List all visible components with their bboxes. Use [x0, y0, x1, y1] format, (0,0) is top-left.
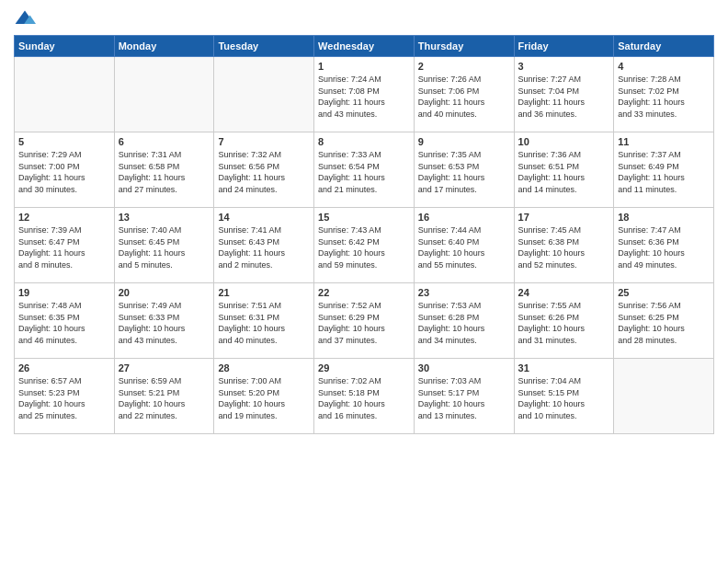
day-number: 5 — [18, 136, 110, 147]
day-info: Sunrise: 7:52 AM Sunset: 6:29 PM Dayligh… — [318, 300, 410, 346]
day-cell: 20Sunrise: 7:49 AM Sunset: 6:33 PM Dayli… — [114, 283, 214, 359]
day-cell: 31Sunrise: 7:04 AM Sunset: 5:15 PM Dayli… — [514, 359, 614, 434]
weekday-header-thursday: Thursday — [414, 36, 514, 57]
logo-icon — [14, 9, 36, 28]
day-cell: 22Sunrise: 7:52 AM Sunset: 6:29 PM Dayli… — [314, 283, 415, 359]
day-number: 21 — [218, 287, 310, 298]
weekday-header-sunday: Sunday — [15, 36, 115, 57]
day-info: Sunrise: 7:53 AM Sunset: 6:28 PM Dayligh… — [418, 300, 510, 346]
day-number: 19 — [18, 287, 110, 298]
day-info: Sunrise: 6:57 AM Sunset: 5:23 PM Dayligh… — [18, 375, 110, 421]
day-info: Sunrise: 7:26 AM Sunset: 7:06 PM Dayligh… — [418, 74, 510, 120]
day-number: 12 — [18, 212, 110, 223]
day-number: 18 — [618, 212, 710, 223]
day-cell — [114, 57, 214, 132]
day-cell: 27Sunrise: 6:59 AM Sunset: 5:21 PM Dayli… — [114, 359, 214, 434]
day-info: Sunrise: 7:31 AM Sunset: 6:58 PM Dayligh… — [119, 149, 210, 195]
day-number: 1 — [318, 61, 410, 72]
day-cell: 12Sunrise: 7:39 AM Sunset: 6:47 PM Dayli… — [15, 208, 115, 283]
day-cell: 24Sunrise: 7:55 AM Sunset: 6:26 PM Dayli… — [514, 283, 614, 359]
day-cell: 4Sunrise: 7:28 AM Sunset: 7:02 PM Daylig… — [614, 57, 714, 132]
week-row-2: 12Sunrise: 7:39 AM Sunset: 6:47 PM Dayli… — [15, 208, 714, 283]
day-info: Sunrise: 7:37 AM Sunset: 6:49 PM Dayligh… — [618, 149, 710, 195]
logo — [14, 9, 38, 28]
day-number: 30 — [418, 362, 510, 373]
day-number: 3 — [518, 61, 610, 72]
calendar: SundayMondayTuesdayWednesdayThursdayFrid… — [14, 35, 714, 434]
weekday-header-saturday: Saturday — [614, 36, 714, 57]
day-number: 20 — [119, 287, 210, 298]
day-number: 23 — [418, 287, 510, 298]
day-cell: 11Sunrise: 7:37 AM Sunset: 6:49 PM Dayli… — [614, 132, 714, 208]
day-number: 27 — [119, 362, 210, 373]
day-number: 17 — [518, 212, 610, 223]
day-number: 25 — [618, 287, 710, 298]
day-info: Sunrise: 7:04 AM Sunset: 5:15 PM Dayligh… — [518, 375, 610, 421]
day-number: 26 — [18, 362, 110, 373]
day-info: Sunrise: 7:41 AM Sunset: 6:43 PM Dayligh… — [218, 224, 310, 270]
weekday-header-tuesday: Tuesday — [214, 36, 314, 57]
day-number: 15 — [318, 212, 410, 223]
day-info: Sunrise: 7:55 AM Sunset: 6:26 PM Dayligh… — [518, 300, 610, 346]
day-cell — [614, 359, 714, 434]
week-row-0: 1Sunrise: 7:24 AM Sunset: 7:08 PM Daylig… — [15, 57, 714, 132]
header — [14, 9, 714, 28]
day-number: 4 — [618, 61, 710, 72]
day-cell: 30Sunrise: 7:03 AM Sunset: 5:17 PM Dayli… — [414, 359, 514, 434]
day-cell — [15, 57, 115, 132]
day-number: 24 — [518, 287, 610, 298]
day-info: Sunrise: 7:03 AM Sunset: 5:17 PM Dayligh… — [418, 375, 510, 421]
day-cell: 3Sunrise: 7:27 AM Sunset: 7:04 PM Daylig… — [514, 57, 614, 132]
day-cell: 23Sunrise: 7:53 AM Sunset: 6:28 PM Dayli… — [414, 283, 514, 359]
day-cell: 25Sunrise: 7:56 AM Sunset: 6:25 PM Dayli… — [614, 283, 714, 359]
day-cell — [214, 57, 314, 132]
day-info: Sunrise: 7:33 AM Sunset: 6:54 PM Dayligh… — [318, 149, 410, 195]
weekday-header-monday: Monday — [114, 36, 214, 57]
day-cell: 2Sunrise: 7:26 AM Sunset: 7:06 PM Daylig… — [414, 57, 514, 132]
day-number: 13 — [119, 212, 210, 223]
day-cell: 1Sunrise: 7:24 AM Sunset: 7:08 PM Daylig… — [314, 57, 415, 132]
day-info: Sunrise: 7:27 AM Sunset: 7:04 PM Dayligh… — [518, 74, 610, 120]
week-row-1: 5Sunrise: 7:29 AM Sunset: 7:00 PM Daylig… — [15, 132, 714, 208]
day-number: 8 — [318, 136, 410, 147]
day-info: Sunrise: 7:49 AM Sunset: 6:33 PM Dayligh… — [119, 300, 210, 346]
day-cell: 17Sunrise: 7:45 AM Sunset: 6:38 PM Dayli… — [514, 208, 614, 283]
day-info: Sunrise: 7:28 AM Sunset: 7:02 PM Dayligh… — [618, 74, 710, 120]
day-cell: 14Sunrise: 7:41 AM Sunset: 6:43 PM Dayli… — [214, 208, 314, 283]
day-number: 16 — [418, 212, 510, 223]
weekday-header-wednesday: Wednesday — [314, 36, 415, 57]
day-cell: 15Sunrise: 7:43 AM Sunset: 6:42 PM Dayli… — [314, 208, 415, 283]
day-info: Sunrise: 7:44 AM Sunset: 6:40 PM Dayligh… — [418, 224, 510, 270]
weekday-header-row: SundayMondayTuesdayWednesdayThursdayFrid… — [15, 36, 714, 57]
day-info: Sunrise: 6:59 AM Sunset: 5:21 PM Dayligh… — [119, 375, 210, 421]
weekday-header-friday: Friday — [514, 36, 614, 57]
day-info: Sunrise: 7:24 AM Sunset: 7:08 PM Dayligh… — [318, 74, 410, 120]
day-info: Sunrise: 7:02 AM Sunset: 5:18 PM Dayligh… — [318, 375, 410, 421]
day-info: Sunrise: 7:47 AM Sunset: 6:36 PM Dayligh… — [618, 224, 710, 270]
day-cell: 21Sunrise: 7:51 AM Sunset: 6:31 PM Dayli… — [214, 283, 314, 359]
day-number: 22 — [318, 287, 410, 298]
day-cell: 10Sunrise: 7:36 AM Sunset: 6:51 PM Dayli… — [514, 132, 614, 208]
day-info: Sunrise: 7:00 AM Sunset: 5:20 PM Dayligh… — [218, 375, 310, 421]
day-cell: 29Sunrise: 7:02 AM Sunset: 5:18 PM Dayli… — [314, 359, 415, 434]
page-container: SundayMondayTuesdayWednesdayThursdayFrid… — [0, 0, 728, 439]
day-info: Sunrise: 7:29 AM Sunset: 7:00 PM Dayligh… — [18, 149, 110, 195]
day-cell: 19Sunrise: 7:48 AM Sunset: 6:35 PM Dayli… — [15, 283, 115, 359]
day-info: Sunrise: 7:45 AM Sunset: 6:38 PM Dayligh… — [518, 224, 610, 270]
day-number: 11 — [618, 136, 710, 147]
day-info: Sunrise: 7:40 AM Sunset: 6:45 PM Dayligh… — [119, 224, 210, 270]
day-cell: 6Sunrise: 7:31 AM Sunset: 6:58 PM Daylig… — [114, 132, 214, 208]
day-info: Sunrise: 7:56 AM Sunset: 6:25 PM Dayligh… — [618, 300, 710, 346]
day-cell: 28Sunrise: 7:00 AM Sunset: 5:20 PM Dayli… — [214, 359, 314, 434]
day-number: 14 — [218, 212, 310, 223]
day-number: 6 — [119, 136, 210, 147]
week-row-3: 19Sunrise: 7:48 AM Sunset: 6:35 PM Dayli… — [15, 283, 714, 359]
day-info: Sunrise: 7:43 AM Sunset: 6:42 PM Dayligh… — [318, 224, 410, 270]
day-number: 29 — [318, 362, 410, 373]
day-number: 31 — [518, 362, 610, 373]
day-info: Sunrise: 7:51 AM Sunset: 6:31 PM Dayligh… — [218, 300, 310, 346]
day-info: Sunrise: 7:36 AM Sunset: 6:51 PM Dayligh… — [518, 149, 610, 195]
day-info: Sunrise: 7:48 AM Sunset: 6:35 PM Dayligh… — [18, 300, 110, 346]
day-number: 9 — [418, 136, 510, 147]
day-info: Sunrise: 7:32 AM Sunset: 6:56 PM Dayligh… — [218, 149, 310, 195]
